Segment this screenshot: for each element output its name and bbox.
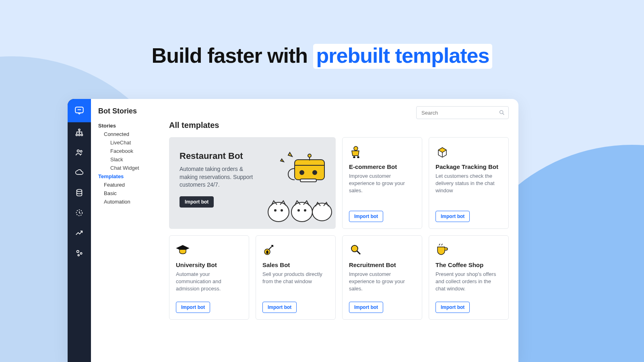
search-icon <box>499 109 505 116</box>
sidebar: Bot Stories Stories Connected LiveChat F… <box>91 99 159 362</box>
svg-point-27 <box>357 156 359 158</box>
svg-point-14 <box>300 171 304 175</box>
box-icon <box>436 145 449 158</box>
svg-point-15 <box>313 171 317 175</box>
tree-icon <box>75 128 84 137</box>
rail-item-data[interactable] <box>68 183 91 203</box>
svg-point-20 <box>281 210 283 211</box>
svg-point-1 <box>78 129 80 131</box>
import-button[interactable]: Import bot <box>349 302 383 313</box>
card-title: Package Tracking Bot <box>436 163 502 170</box>
svg-point-10 <box>80 253 82 254</box>
card-title: Recruitment Bot <box>349 261 415 268</box>
import-button[interactable]: Import bot <box>262 302 297 313</box>
bubbles-icon <box>75 249 84 257</box>
hero-headline: Build faster with prebuilt templates <box>0 43 644 68</box>
svg-point-23 <box>304 210 306 211</box>
svg-point-7 <box>77 189 82 192</box>
graduation-icon <box>176 243 190 257</box>
svg-rect-13 <box>295 160 324 180</box>
svg-rect-16 <box>300 179 316 182</box>
main-content: All templates Restaurant Bot Automate ta… <box>159 99 518 362</box>
card-title: University Bot <box>176 261 242 268</box>
rail-item-analytics[interactable] <box>68 223 91 243</box>
trend-icon <box>75 228 84 237</box>
svg-point-4 <box>81 134 83 136</box>
card-package-tracking: Package Tracking Bot Let customers check… <box>429 137 509 229</box>
card-desc: Improve customer experience to grow your… <box>349 173 415 195</box>
magnifier-icon <box>349 243 363 257</box>
import-button[interactable]: Import bot <box>436 211 470 222</box>
nav-rail <box>68 99 91 362</box>
cup-icon <box>436 243 449 257</box>
svg-point-12 <box>500 111 503 114</box>
featured-desc: Automate taking orders & making reservat… <box>180 165 255 189</box>
card-title: E-commerce Bot <box>349 163 415 170</box>
templates-grid: Restaurant Bot Automate taking orders & … <box>169 137 509 320</box>
rail-item-history[interactable] <box>68 203 91 223</box>
rail-item-users[interactable] <box>68 142 91 162</box>
import-button[interactable]: Import bot <box>436 302 470 313</box>
rail-item-ai[interactable] <box>68 162 91 183</box>
featured-illustration <box>262 140 334 225</box>
nav-channel-chatwidget[interactable]: Chat Widget <box>110 165 155 171</box>
svg-point-25 <box>354 146 358 150</box>
cart-icon <box>349 145 363 158</box>
section-title: All templates <box>169 121 509 130</box>
card-university: University Bot Automate your communicati… <box>169 235 249 320</box>
nav-channel-slack[interactable]: Slack <box>110 156 155 162</box>
svg-point-9 <box>77 251 79 253</box>
nav-channel-livechat[interactable]: LiveChat <box>110 140 155 146</box>
nav-connected[interactable]: Connected <box>104 131 155 137</box>
cloud-icon <box>75 168 84 177</box>
featured-import-button[interactable]: Import bot <box>180 196 214 208</box>
nav-templates-basic[interactable]: Basic <box>104 190 155 196</box>
svg-point-24 <box>312 203 332 221</box>
search-box[interactable] <box>416 106 509 119</box>
svg-point-22 <box>298 210 299 211</box>
svg-point-17 <box>308 154 311 157</box>
card-title: Sales Bot <box>262 261 329 268</box>
card-desc: Improve customer experience to grow your… <box>349 271 415 293</box>
svg-text:$: $ <box>266 250 268 254</box>
chat-icon <box>74 105 85 116</box>
nav-templates-featured[interactable]: Featured <box>104 182 155 188</box>
svg-point-11 <box>78 255 79 256</box>
rail-item-integrations[interactable] <box>68 243 91 263</box>
card-sales: $ Sales Bot Sell your products directly … <box>256 235 336 320</box>
svg-point-2 <box>76 134 78 136</box>
card-recruitment: Recruitment Bot Improve customer experie… <box>342 235 422 320</box>
svg-point-26 <box>353 156 355 158</box>
nav-templates-automation[interactable]: Automation <box>104 199 155 205</box>
rail-item-flows[interactable] <box>68 122 91 142</box>
app-logo[interactable] <box>68 99 91 122</box>
import-button[interactable]: Import bot <box>349 211 383 222</box>
hero-prefix: Build faster with <box>152 44 313 67</box>
nav-templates[interactable]: Templates <box>98 173 155 179</box>
app-window: Bot Stories Stories Connected LiveChat F… <box>68 99 518 362</box>
users-icon <box>75 148 84 157</box>
clock-icon <box>75 208 84 217</box>
nav-channel-facebook[interactable]: Facebook <box>110 148 155 154</box>
card-ecommerce: E-commerce Bot Improve customer experien… <box>342 137 422 229</box>
import-button[interactable]: Import bot <box>176 302 210 313</box>
sidebar-title: Bot Stories <box>98 107 155 115</box>
database-icon <box>75 188 84 197</box>
card-desc: Automate your communication and admissio… <box>176 271 242 293</box>
card-desc: Let customers check the delivery status … <box>436 173 502 195</box>
svg-point-3 <box>78 134 80 136</box>
card-title: The Coffee Shop <box>436 261 502 268</box>
search-input[interactable] <box>421 110 499 116</box>
card-desc: Sell your products directly from the cha… <box>262 271 329 285</box>
card-desc: Present your shop's offers and collect o… <box>436 271 502 293</box>
svg-point-5 <box>77 150 80 152</box>
card-coffee-shop: The Coffee Shop Present your shop's offe… <box>429 235 509 320</box>
hero-highlight: prebuilt templates <box>313 44 493 69</box>
featured-title: Restaurant Bot <box>180 151 255 161</box>
svg-point-19 <box>275 210 276 211</box>
svg-point-6 <box>80 150 82 152</box>
card-featured: Restaurant Bot Automate taking orders & … <box>169 137 336 229</box>
nav-stories[interactable]: Stories <box>98 123 155 129</box>
sales-icon: $ <box>262 243 276 257</box>
